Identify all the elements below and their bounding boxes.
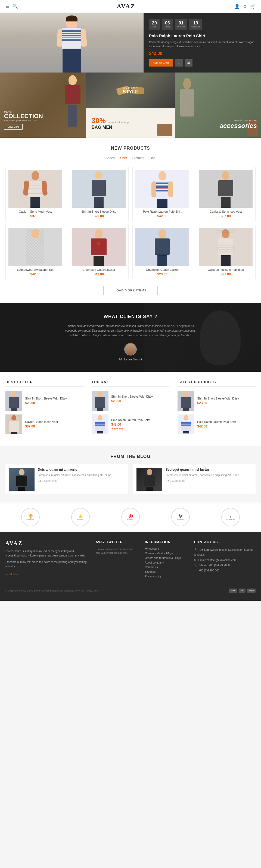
comment-icon: 💬 — [166, 479, 169, 482]
product-card[interactable]: Cayler - Sons Mesh Vest $37.00 — [5, 167, 65, 221]
footer-link-sitemap[interactable]: Site map — [145, 570, 186, 573]
footer-link-my-account[interactable]: My Account — [145, 547, 186, 550]
product-image — [72, 170, 126, 208]
product-price: $42.00 — [8, 272, 62, 276]
load-more: LOAD MORE ITEMS — [5, 286, 256, 295]
user-icon[interactable]: 👤 — [234, 4, 240, 9]
product-name: Champion Coach Jacket — [72, 268, 126, 271]
product-thumbnail — [5, 391, 22, 411]
new-products-title: NEW PRODUCTS — [5, 146, 256, 151]
blog-post[interactable]: Duis aliquam mi a mauris Lorem ipsum dol… — [5, 464, 128, 494]
site-logo[interactable]: AVAZ — [117, 3, 136, 10]
email-icon: ✉ — [194, 559, 196, 562]
hours-label: Hours — [164, 26, 171, 28]
footer-twitter: AVAZ TWITTER Lorem ipsum recent tweet co… — [96, 540, 137, 580]
top-rate-item[interactable]: Polo Ralph Lauren Polo Shirt $42.00 ★★★★… — [92, 414, 170, 434]
day-label: Day — [151, 26, 158, 28]
footer-link-outreach[interactable]: Outreach Vendor FAQs — [145, 552, 186, 555]
seconds-label: Seconds — [192, 26, 200, 28]
footer-link-orders[interactable]: Orders and returns in 30 days — [145, 557, 186, 559]
latest-item[interactable]: Polo Ralph Lauren Polo Shirt $42.00 — [177, 414, 256, 434]
discount-percent: 30% — [92, 117, 106, 125]
star-rating: ★★★★★ — [111, 427, 150, 430]
banner-collection: MEN'S COLLECTION Every Sales place items… — [0, 72, 86, 138]
wishlist-button[interactable]: ♡ — [175, 59, 183, 66]
banner-view-more-button[interactable]: View More — [4, 124, 23, 129]
tab-shirt[interactable]: Shirt — [120, 155, 127, 161]
compare-button[interactable]: ⇄ — [184, 59, 193, 66]
blog-post-comments: 💬 0 Comments — [166, 479, 252, 482]
countdown-day: 29 Day — [149, 19, 160, 30]
search-icon[interactable]: 🔍 — [12, 4, 18, 9]
footer-info: INFORMATION My Account Outreach Vendor F… — [145, 540, 186, 580]
product-card[interactable]: Quisque nec sem maximus $37.00 — [196, 225, 256, 279]
three-columns-section: BEST SELLER Shirt In Short Sleeve With D… — [0, 372, 261, 446]
testimonial-avatar — [124, 343, 137, 355]
countdown: 29 Day 06 Hours 01 Minutes 19 Seconds — [149, 19, 256, 30]
product-image — [136, 170, 189, 208]
product-name: Champion Coach Jacket — [136, 268, 189, 271]
product-image — [8, 228, 62, 266]
latest-item[interactable]: Shirt In Short Sleeve With Ditsy $23.00 — [177, 391, 256, 411]
site-footer: AVAZ Lorem ipsum is simply dummy text of… — [0, 532, 261, 601]
visa-icon: VISA — [229, 589, 237, 593]
minutes-num: 01 — [177, 21, 185, 26]
product-image — [199, 228, 253, 266]
tab-bag[interactable]: Bag — [150, 155, 155, 161]
blog-image — [9, 468, 34, 491]
badge-item: 🎯 BADGE3 — [121, 508, 140, 526]
banner-accessories: stunning accessories accessories — [175, 72, 261, 138]
add-to-cart-button[interactable]: ADD TO CART — [149, 59, 173, 66]
product-card[interactable]: Cayler & Sons Icos Vest $37.00 — [196, 167, 256, 221]
best-seller-item[interactable]: Shirt In Short Sleeve With Ditsy $23.00 — [5, 391, 84, 411]
footer-twitter-title: AVAZ TWITTER — [96, 540, 137, 544]
blog-grid: Duis aliquam mi a mauris Lorem ipsum dol… — [5, 464, 256, 494]
menu-icon[interactable]: ☰ — [5, 4, 9, 9]
product-card[interactable]: ♔ Champion Coach Jacket $42.00 — [69, 225, 129, 279]
product-name: Polo Ralph Lauren Polo Shirt — [197, 420, 236, 424]
footer-bottom: © 2015 WordPress Demo Store. All Rights … — [5, 585, 256, 593]
cart-icon[interactable]: 🛒 — [250, 4, 256, 9]
product-name: Shirt In Short Sleeve Ditsy — [72, 210, 126, 213]
settings-icon[interactable]: ⚙ — [243, 4, 247, 9]
footer-info-list: My Account Outreach Vendor FAQs Orders a… — [145, 547, 186, 578]
footer-phone1: 📞 Phone: +86 (0)4 230-050 — [194, 563, 256, 568]
product-card[interactable]: Shirt In Short Sleeve Ditsy $23.00 — [69, 167, 129, 221]
blog-post[interactable]: Sed eget quam in nisl luctus Lorem ipsum… — [133, 464, 256, 494]
phone-icon: 📞 — [194, 564, 197, 567]
product-name: Shirt In Short Sleeve With Ditsy — [25, 397, 67, 400]
best-seller-item[interactable]: Cayler - Sons Mesh Vest $37.00 — [5, 414, 84, 434]
product-thumbnail — [92, 414, 109, 434]
footer-contact-title: CONTACT US — [194, 540, 256, 544]
load-more-button[interactable]: LOAD MORE ITEMS — [103, 286, 158, 295]
footer-read-more-link[interactable]: Read more — [5, 573, 19, 576]
day-num: 29 — [151, 21, 158, 26]
product-card[interactable]: Champion Coach Jacket $23.00 — [133, 225, 192, 279]
product-thumbnail — [5, 414, 22, 434]
footer-link-contact[interactable]: Contact us — [145, 566, 186, 569]
product-card[interactable]: Loungewear Sweatshirt Set $42.00 — [5, 225, 65, 279]
footer-address: 📍 1/3 Somewhere metric, Salesperson Sear… — [194, 547, 256, 558]
hero-info: 29 Day 06 Hours 01 Minutes 19 Seconds Po… — [144, 13, 261, 72]
tab-clothing[interactable]: Clothing — [133, 155, 144, 161]
products-grid-row2: Loungewear Sweatshirt Set $42.00 ♔ Champ… — [5, 225, 256, 279]
blog-content: Sed eget quam in nisl luctus Lorem ipsum… — [166, 468, 252, 491]
minutes-label: Minutes — [177, 26, 185, 28]
footer-link-privacy[interactable]: Privacy policy — [145, 575, 186, 578]
products-grid: Cayler - Sons Mesh Vest $37.00 Shirt In … — [5, 167, 256, 221]
product-price: $42.00 — [136, 214, 189, 218]
footer-link-about[interactable]: About company — [145, 561, 186, 564]
tab-shoes[interactable]: Shoes — [106, 155, 115, 161]
footer-info-title: INFORMATION — [145, 540, 186, 544]
product-thumbnail — [92, 391, 109, 411]
top-rate-item[interactable]: Shirt In Short Sleeve With Ditsy $23.00 … — [92, 391, 170, 411]
blog-post-comments: 💬 0 Comments — [38, 479, 124, 482]
product-price: $42.00 — [111, 423, 150, 426]
product-name: Shirt In Short Sleeve With Ditsy — [197, 397, 239, 400]
star-rating: ☆☆☆☆☆ — [111, 404, 153, 407]
footer-phone2: +86 (0)4 200 303 — [194, 568, 256, 573]
product-name: Polo Ralph Lauren Polo Shirt — [111, 418, 150, 422]
bag-men-title: BAG MEN — [92, 125, 112, 130]
product-card[interactable]: Polo Ralph Lauren Polo Shirt $42.00 — [133, 167, 192, 221]
comment-icon: 💬 — [38, 479, 41, 482]
